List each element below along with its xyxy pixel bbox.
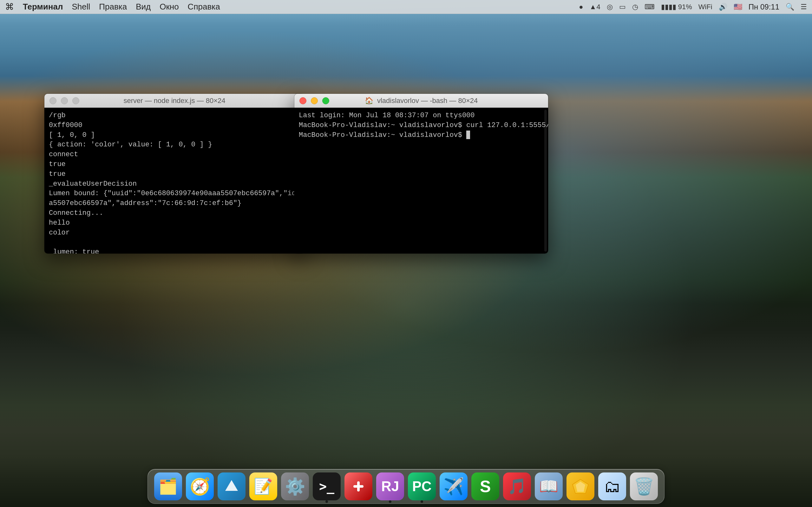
svg-rect-2 bbox=[353, 485, 363, 488]
terminal-line: connect bbox=[49, 150, 300, 160]
dock-icon-finder[interactable]: 🗂️ bbox=[154, 472, 182, 500]
clock-icon[interactable]: ◷ bbox=[632, 3, 638, 11]
dock-icon-sketch[interactable] bbox=[566, 472, 595, 500]
terminal-line: _lumen: true bbox=[49, 247, 300, 253]
dock-icon-rubymine[interactable]: RJ bbox=[376, 472, 404, 500]
wifi-bars-icon[interactable]: ▲4 bbox=[590, 3, 600, 11]
location-icon[interactable]: ◎ bbox=[607, 3, 613, 11]
dock-icon-sysprefs[interactable]: ⚙️ bbox=[281, 472, 309, 500]
terminal-line: true bbox=[49, 170, 300, 179]
terminal-cursor bbox=[466, 130, 470, 139]
dock-icon-music[interactable]: 🎵 bbox=[503, 472, 531, 500]
close-button-2[interactable] bbox=[299, 97, 306, 104]
dock: 🗂️ 🧭 📝 ⚙️ >_ RJ PC ✈️ bbox=[148, 469, 664, 504]
terminal-line: _evaluateUserDecision bbox=[49, 179, 300, 189]
dock-icon-xcode[interactable] bbox=[217, 472, 246, 500]
dock-icon-pycharm[interactable]: PC bbox=[408, 472, 436, 500]
menubar-right: ● ▲4 ◎ ▭ ◷ ⌨ ▮▮▮▮ 91% WiFi 🔊 🇺🇸 Пн 09:11… bbox=[579, 3, 807, 11]
desktop bbox=[0, 0, 812, 507]
clock-display: Пн 09:11 bbox=[749, 3, 779, 11]
menu-window[interactable]: Окно bbox=[159, 2, 179, 12]
close-button-1[interactable] bbox=[49, 97, 56, 104]
terminal-titlebar-2: 🏠 vladislavorlov — -bash — 80×24 bbox=[294, 94, 548, 108]
menubar: ⌘ Терминал Shell Правка Вид Окно Справка… bbox=[0, 0, 812, 14]
input-source-icon[interactable]: 🇺🇸 bbox=[734, 3, 742, 11]
terminal-line: true bbox=[49, 160, 300, 170]
minimize-button-1[interactable] bbox=[61, 97, 68, 104]
terminal-scrollbar[interactable] bbox=[544, 110, 547, 251]
menu-edit[interactable]: Правка bbox=[99, 2, 127, 12]
dock-icon-trash[interactable]: 🗑️ bbox=[630, 472, 658, 500]
terminal-window-bash[interactable]: 🏠 vladislavorlov — -bash — 80×24 Last lo… bbox=[294, 94, 548, 253]
menubar-left: ⌘ Терминал Shell Правка Вид Окно Справка bbox=[5, 2, 579, 12]
dock-dot-pycharm bbox=[420, 500, 423, 503]
terminal-title-2: 🏠 vladislavorlov — -bash — 80×24 bbox=[365, 97, 478, 105]
airplay-icon[interactable]: ▭ bbox=[619, 3, 626, 11]
menu-shell[interactable]: Shell bbox=[72, 2, 90, 12]
terminal-window-server[interactable]: server — node index.js — 80×24 /rgb 0xff… bbox=[44, 94, 305, 253]
terminal-line bbox=[49, 238, 300, 247]
dock-icon-files[interactable]: 🗂 bbox=[598, 472, 626, 500]
desktop-wallpaper bbox=[0, 0, 812, 507]
dropbox-icon[interactable]: ● bbox=[579, 3, 583, 11]
terminal-line: [ 1, 0, 0 ] bbox=[49, 130, 300, 140]
terminal-line: color bbox=[49, 228, 300, 238]
dock-icon-sketchbook[interactable]: S bbox=[471, 472, 499, 500]
terminal-body-1[interactable]: /rgb 0xff0000 [ 1, 0, 0 ] { action: 'col… bbox=[44, 108, 305, 253]
dock-icon-telegram[interactable]: ✈️ bbox=[440, 472, 467, 500]
minimize-button-2[interactable] bbox=[311, 97, 318, 104]
terminal-titlebar-1: server — node index.js — 80×24 bbox=[44, 94, 305, 108]
notification-icon[interactable]: ☰ bbox=[801, 3, 807, 11]
dock-icon-safari[interactable]: 🧭 bbox=[186, 472, 214, 500]
apple-menu[interactable]: ⌘ bbox=[5, 2, 14, 12]
dock-icon-instruments[interactable] bbox=[345, 472, 372, 500]
terminal-line: Last login: Mon Jul 18 08:37:07 on ttys0… bbox=[299, 111, 544, 121]
terminal-line: { action: 'color', value: [ 1, 0, 0 ] } bbox=[49, 140, 300, 150]
spotlight-icon[interactable]: 🔍 bbox=[786, 3, 794, 11]
keyboard-icon[interactable]: ⌨ bbox=[645, 3, 655, 11]
dock-dot-rubymine bbox=[389, 500, 392, 503]
battery-icon[interactable]: ▮▮▮▮ 91% bbox=[661, 3, 692, 11]
menu-help[interactable]: Справка bbox=[188, 2, 220, 12]
dock-icon-ibooks[interactable]: 📖 bbox=[535, 472, 563, 500]
terminal-title-1: server — node index.js — 80×24 bbox=[123, 97, 225, 105]
terminal-line: MacBook-Pro-Vladislav:~ vladislavorlov$ … bbox=[299, 121, 544, 130]
terminal-line: /rgb bbox=[49, 111, 300, 121]
maximize-button-1[interactable] bbox=[72, 97, 79, 104]
volume-icon[interactable]: 🔊 bbox=[719, 3, 727, 11]
dock-icon-terminal[interactable]: >_ bbox=[313, 472, 341, 500]
terminal-prompt: MacBook-Pro-Vladislav:~ vladislavorlov$ bbox=[299, 130, 544, 140]
maximize-button-2[interactable] bbox=[322, 97, 329, 104]
svg-marker-0 bbox=[225, 480, 238, 491]
dock-icon-stickies[interactable]: 📝 bbox=[249, 472, 277, 500]
menu-view[interactable]: Вид bbox=[136, 2, 151, 12]
dock-dot-terminal bbox=[325, 500, 328, 503]
terminal-body-2[interactable]: Last login: Mon Jul 18 08:37:07 on ttys0… bbox=[294, 108, 548, 253]
window-controls-2 bbox=[299, 97, 329, 104]
window-controls-1 bbox=[49, 97, 79, 104]
terminal-line: 0xff0000 bbox=[49, 121, 300, 130]
terminal-line: Connecting... bbox=[49, 209, 300, 218]
menu-terminal[interactable]: Терминал bbox=[23, 2, 63, 12]
terminal-line: hello bbox=[49, 218, 300, 228]
terminal-line: Lumen bound: {"uuid":"0e6c680639974e90aa… bbox=[49, 189, 300, 199]
terminal-line: a5507ebc66597a","address":"7c:66:9d:7c:e… bbox=[49, 199, 300, 209]
wifi-icon[interactable]: WiFi bbox=[699, 3, 712, 11]
